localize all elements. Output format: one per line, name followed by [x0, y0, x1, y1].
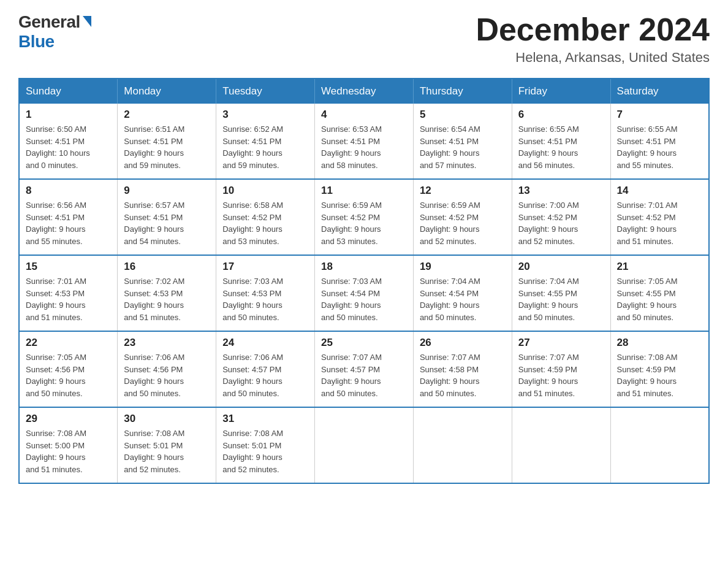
calendar-cell: 24 Sunrise: 7:06 AMSunset: 4:57 PMDaylig…	[216, 331, 315, 407]
calendar-cell: 29 Sunrise: 7:08 AMSunset: 5:00 PMDaylig…	[19, 407, 118, 483]
day-info: Sunrise: 6:59 AMSunset: 4:52 PMDaylight:…	[420, 199, 506, 247]
location-title: Helena, Arkansas, United States	[476, 50, 710, 66]
calendar-cell: 21 Sunrise: 7:05 AMSunset: 4:55 PMDaylig…	[610, 255, 709, 331]
calendar-cell: 16 Sunrise: 7:02 AMSunset: 4:53 PMDaylig…	[118, 255, 216, 331]
calendar-cell: 7 Sunrise: 6:55 AMSunset: 4:51 PMDayligh…	[610, 104, 709, 179]
calendar-cell: 12 Sunrise: 6:59 AMSunset: 4:52 PMDaylig…	[413, 179, 512, 255]
day-info: Sunrise: 6:52 AMSunset: 4:51 PMDaylight:…	[222, 123, 308, 171]
logo-triangle-icon	[83, 16, 91, 27]
weekday-header-saturday: Saturday	[610, 79, 709, 104]
day-info: Sunrise: 7:04 AMSunset: 4:54 PMDaylight:…	[420, 275, 506, 323]
calendar-cell: 23 Sunrise: 7:06 AMSunset: 4:56 PMDaylig…	[118, 331, 216, 407]
day-number: 25	[321, 337, 407, 349]
calendar-week-row: 15 Sunrise: 7:01 AMSunset: 4:53 PMDaylig…	[19, 255, 709, 331]
day-info: Sunrise: 6:51 AMSunset: 4:51 PMDaylight:…	[124, 123, 210, 171]
title-area: December 2024 Helena, Arkansas, United S…	[476, 12, 710, 66]
weekday-header-wednesday: Wednesday	[315, 79, 414, 104]
day-number: 17	[222, 261, 308, 273]
calendar-week-row: 8 Sunrise: 6:56 AMSunset: 4:51 PMDayligh…	[19, 179, 709, 255]
day-info: Sunrise: 6:55 AMSunset: 4:51 PMDaylight:…	[518, 123, 604, 171]
day-info: Sunrise: 6:57 AMSunset: 4:51 PMDaylight:…	[124, 199, 210, 247]
day-info: Sunrise: 7:02 AMSunset: 4:53 PMDaylight:…	[124, 275, 210, 323]
day-number: 6	[518, 109, 604, 121]
calendar-cell: 18 Sunrise: 7:03 AMSunset: 4:54 PMDaylig…	[315, 255, 414, 331]
day-number: 11	[321, 185, 407, 197]
calendar-cell: 10 Sunrise: 6:58 AMSunset: 4:52 PMDaylig…	[216, 179, 315, 255]
day-number: 30	[124, 413, 210, 425]
day-number: 3	[222, 109, 308, 121]
day-number: 26	[420, 337, 506, 349]
day-info: Sunrise: 7:03 AMSunset: 4:53 PMDaylight:…	[222, 275, 308, 323]
calendar-cell: 22 Sunrise: 7:05 AMSunset: 4:56 PMDaylig…	[19, 331, 118, 407]
calendar-cell: 9 Sunrise: 6:57 AMSunset: 4:51 PMDayligh…	[118, 179, 216, 255]
day-info: Sunrise: 7:00 AMSunset: 4:52 PMDaylight:…	[518, 199, 604, 247]
weekday-row: SundayMondayTuesdayWednesdayThursdayFrid…	[19, 79, 709, 104]
day-number: 1	[26, 109, 111, 121]
day-info: Sunrise: 7:08 AMSunset: 5:01 PMDaylight:…	[124, 427, 210, 475]
day-info: Sunrise: 7:04 AMSunset: 4:55 PMDaylight:…	[518, 275, 604, 323]
logo-general-text: General	[18, 12, 80, 32]
calendar-cell: 26 Sunrise: 7:07 AMSunset: 4:58 PMDaylig…	[413, 331, 512, 407]
day-number: 24	[222, 337, 308, 349]
day-number: 20	[518, 261, 604, 273]
calendar-week-row: 1 Sunrise: 6:50 AMSunset: 4:51 PMDayligh…	[19, 104, 709, 179]
calendar-cell	[512, 407, 610, 483]
day-number: 4	[321, 109, 407, 121]
calendar-cell: 6 Sunrise: 6:55 AMSunset: 4:51 PMDayligh…	[512, 104, 610, 179]
day-number: 28	[617, 337, 702, 349]
day-number: 8	[26, 185, 111, 197]
day-info: Sunrise: 6:50 AMSunset: 4:51 PMDaylight:…	[26, 123, 111, 171]
day-info: Sunrise: 7:07 AMSunset: 4:57 PMDaylight:…	[321, 351, 407, 399]
day-info: Sunrise: 7:06 AMSunset: 4:57 PMDaylight:…	[222, 351, 308, 399]
calendar-week-row: 22 Sunrise: 7:05 AMSunset: 4:56 PMDaylig…	[19, 331, 709, 407]
day-number: 5	[420, 109, 506, 121]
day-number: 14	[617, 185, 702, 197]
day-number: 27	[518, 337, 604, 349]
day-info: Sunrise: 7:08 AMSunset: 4:59 PMDaylight:…	[617, 351, 702, 399]
day-number: 18	[321, 261, 407, 273]
weekday-header-monday: Monday	[118, 79, 216, 104]
calendar-cell	[413, 407, 512, 483]
day-info: Sunrise: 7:01 AMSunset: 4:52 PMDaylight:…	[617, 199, 702, 247]
calendar-cell: 2 Sunrise: 6:51 AMSunset: 4:51 PMDayligh…	[118, 104, 216, 179]
day-info: Sunrise: 7:05 AMSunset: 4:56 PMDaylight:…	[26, 351, 111, 399]
header: General Blue December 2024 Helena, Arkan…	[18, 12, 710, 66]
day-number: 31	[222, 413, 308, 425]
day-info: Sunrise: 7:05 AMSunset: 4:55 PMDaylight:…	[617, 275, 702, 323]
calendar-cell: 3 Sunrise: 6:52 AMSunset: 4:51 PMDayligh…	[216, 104, 315, 179]
calendar-cell: 30 Sunrise: 7:08 AMSunset: 5:01 PMDaylig…	[118, 407, 216, 483]
day-info: Sunrise: 6:53 AMSunset: 4:51 PMDaylight:…	[321, 123, 407, 171]
calendar-cell: 19 Sunrise: 7:04 AMSunset: 4:54 PMDaylig…	[413, 255, 512, 331]
day-info: Sunrise: 6:59 AMSunset: 4:52 PMDaylight:…	[321, 199, 407, 247]
day-number: 10	[222, 185, 308, 197]
day-info: Sunrise: 7:01 AMSunset: 4:53 PMDaylight:…	[26, 275, 111, 323]
day-number: 23	[124, 337, 210, 349]
month-title: December 2024	[476, 12, 710, 47]
calendar-cell: 25 Sunrise: 7:07 AMSunset: 4:57 PMDaylig…	[315, 331, 414, 407]
day-info: Sunrise: 7:07 AMSunset: 4:59 PMDaylight:…	[518, 351, 604, 399]
day-info: Sunrise: 6:56 AMSunset: 4:51 PMDaylight:…	[26, 199, 111, 247]
day-info: Sunrise: 6:55 AMSunset: 4:51 PMDaylight:…	[617, 123, 702, 171]
weekday-header-friday: Friday	[512, 79, 610, 104]
logo-blue-text: Blue	[18, 32, 55, 52]
day-info: Sunrise: 7:08 AMSunset: 5:01 PMDaylight:…	[222, 427, 308, 475]
calendar-cell: 4 Sunrise: 6:53 AMSunset: 4:51 PMDayligh…	[315, 104, 414, 179]
calendar-cell: 15 Sunrise: 7:01 AMSunset: 4:53 PMDaylig…	[19, 255, 118, 331]
day-number: 15	[26, 261, 111, 273]
calendar-body: 1 Sunrise: 6:50 AMSunset: 4:51 PMDayligh…	[19, 104, 709, 483]
day-number: 21	[617, 261, 702, 273]
calendar-cell: 8 Sunrise: 6:56 AMSunset: 4:51 PMDayligh…	[19, 179, 118, 255]
calendar-cell: 28 Sunrise: 7:08 AMSunset: 4:59 PMDaylig…	[610, 331, 709, 407]
day-info: Sunrise: 7:08 AMSunset: 5:00 PMDaylight:…	[26, 427, 111, 475]
calendar-cell: 27 Sunrise: 7:07 AMSunset: 4:59 PMDaylig…	[512, 331, 610, 407]
weekday-header-thursday: Thursday	[413, 79, 512, 104]
weekday-header-tuesday: Tuesday	[216, 79, 315, 104]
day-info: Sunrise: 7:03 AMSunset: 4:54 PMDaylight:…	[321, 275, 407, 323]
calendar-table: SundayMondayTuesdayWednesdayThursdayFrid…	[18, 78, 710, 484]
day-number: 16	[124, 261, 210, 273]
day-info: Sunrise: 6:58 AMSunset: 4:52 PMDaylight:…	[222, 199, 308, 247]
day-info: Sunrise: 6:54 AMSunset: 4:51 PMDaylight:…	[420, 123, 506, 171]
calendar-week-row: 29 Sunrise: 7:08 AMSunset: 5:00 PMDaylig…	[19, 407, 709, 483]
day-number: 19	[420, 261, 506, 273]
day-number: 2	[124, 109, 210, 121]
